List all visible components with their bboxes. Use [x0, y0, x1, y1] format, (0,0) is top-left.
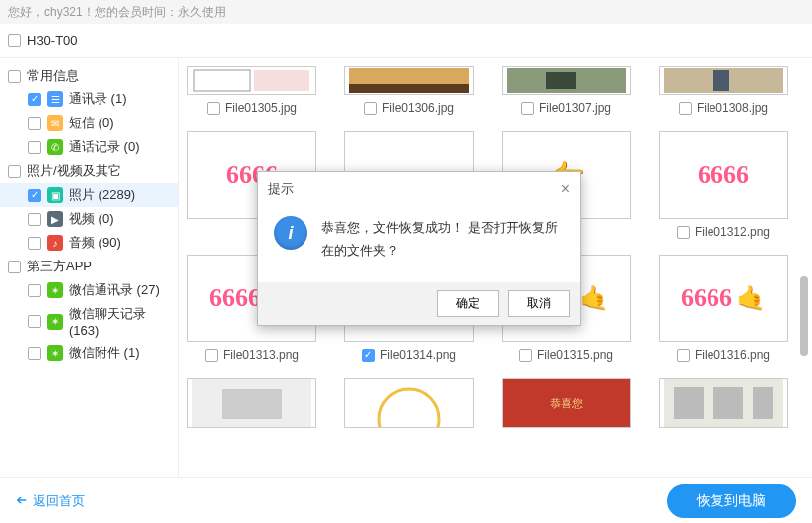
thumb-checkbox[interactable]: [679, 102, 692, 115]
thumb-cell[interactable]: [659, 378, 788, 428]
item-label: 通讯录 (1): [69, 90, 127, 108]
item-checkbox[interactable]: [28, 213, 41, 226]
back-home-link[interactable]: ➔ 返回首页: [16, 492, 85, 510]
thumbnail-image: [659, 66, 788, 95]
svg-rect-13: [713, 387, 743, 419]
svg-rect-12: [674, 387, 704, 419]
dialog-title: 提示: [268, 180, 294, 198]
thumb-checkbox[interactable]: [677, 226, 690, 239]
tree-item-videos[interactable]: ▶ 视频 (0): [0, 207, 178, 231]
sidebar: 常用信息 ☰ 通讯录 (1) ✉ 短信 (0) ✆ 通话记录 (0) 照片/视频…: [0, 58, 179, 477]
thumb-checkbox[interactable]: [205, 349, 218, 362]
file-name: File01305.jpg: [225, 101, 297, 115]
tree-item-audio[interactable]: ♪ 音频 (90): [0, 231, 178, 255]
tree-group[interactable]: 常用信息: [0, 64, 178, 87]
dialog-titlebar: 提示 ×: [258, 172, 580, 206]
thumb-cell[interactable]: File01308.jpg: [659, 66, 788, 115]
tree-item-photos[interactable]: ▣ 照片 (2289): [0, 183, 178, 207]
thumb-cell[interactable]: File01306.jpg: [344, 66, 474, 115]
thumb-cell[interactable]: 恭喜您: [502, 378, 631, 428]
item-checkbox[interactable]: [28, 284, 41, 297]
device-row: H30-T00: [0, 24, 812, 58]
tree-item-wechat-contacts[interactable]: ✶ 微信通讯录 (27): [0, 278, 178, 302]
thumb-cell[interactable]: [187, 378, 316, 428]
thumbnail-image: 恭喜您: [502, 378, 631, 428]
thumb-checkbox[interactable]: [519, 349, 532, 362]
thumb-checkbox[interactable]: [362, 349, 375, 362]
contacts-icon: ☰: [47, 91, 63, 107]
header-bar: 您好，chy321！您的会员时间：永久使用: [0, 0, 812, 24]
thumb-cell[interactable]: File01305.jpg: [187, 66, 316, 115]
tree-group[interactable]: 第三方APP: [0, 255, 178, 278]
file-name: File01306.jpg: [382, 101, 454, 115]
thumbnail-image: [344, 378, 474, 428]
svg-rect-14: [753, 387, 773, 419]
item-label: 通话记录 (0): [69, 138, 140, 156]
file-name: File01308.jpg: [697, 101, 768, 115]
thumb-cell[interactable]: File01307.jpg: [502, 66, 631, 115]
thumb-checkbox[interactable]: [677, 349, 690, 362]
thumbnail-image: [187, 378, 316, 428]
svg-rect-0: [194, 70, 250, 91]
scrollbar-thumb[interactable]: [800, 276, 808, 356]
thumb-cell[interactable]: 6666🤙 File01316.png: [659, 255, 788, 362]
group-checkbox[interactable]: [8, 70, 21, 83]
svg-rect-1: [254, 70, 309, 91]
item-label: 音频 (90): [69, 234, 121, 252]
dialog-footer: 确定 取消: [258, 282, 580, 325]
item-label: 微信附件 (1): [69, 344, 140, 362]
item-label: 微信通讯录 (27): [69, 281, 160, 299]
group-label: 常用信息: [27, 67, 79, 85]
ok-button[interactable]: 确定: [437, 290, 499, 317]
item-checkbox[interactable]: [28, 117, 41, 130]
item-checkbox[interactable]: [28, 93, 41, 106]
footer-bar: ➔ 返回首页 恢复到电脑: [0, 477, 812, 523]
thumbnail-image: [502, 66, 631, 95]
svg-rect-3: [349, 84, 469, 93]
item-checkbox[interactable]: [28, 189, 41, 202]
back-label: 返回首页: [33, 492, 85, 510]
thumb-checkbox[interactable]: [521, 102, 534, 115]
device-checkbox[interactable]: [8, 34, 21, 47]
item-checkbox[interactable]: [28, 141, 41, 154]
tree-item-calls[interactable]: ✆ 通话记录 (0): [0, 135, 178, 159]
tree-group[interactable]: 照片/视频及其它: [0, 159, 178, 183]
sms-icon: ✉: [47, 115, 63, 131]
svg-point-10: [379, 389, 439, 427]
confirm-dialog: 提示 × i 恭喜您，文件恢复成功！ 是否打开恢复所在的文件夹？ 确定 取消: [257, 171, 581, 326]
dialog-message: 恭喜您，文件恢复成功！ 是否打开恢复所在的文件夹？: [321, 216, 564, 262]
thumb-checkbox[interactable]: [207, 102, 220, 115]
svg-rect-7: [713, 70, 729, 91]
thumbnail-image: [344, 66, 474, 95]
device-name: H30-T00: [27, 33, 78, 48]
thumb-cell[interactable]: 6666 File01312.png: [659, 131, 788, 239]
arrow-left-icon: ➔: [16, 493, 27, 508]
item-label: 短信 (0): [69, 114, 114, 132]
thumb-checkbox[interactable]: [364, 102, 377, 115]
group-label: 照片/视频及其它: [27, 162, 121, 180]
thumbnail-image: [187, 66, 316, 95]
dialog-body: i 恭喜您，文件恢复成功！ 是否打开恢复所在的文件夹？: [258, 206, 580, 282]
close-icon[interactable]: ×: [561, 180, 570, 198]
thumb-cell[interactable]: [344, 378, 474, 428]
file-name: File01314.png: [380, 348, 456, 362]
thumbnail-image: 6666: [659, 131, 788, 219]
group-checkbox[interactable]: [8, 261, 21, 273]
group-label: 第三方APP: [27, 258, 92, 275]
tree-item-sms[interactable]: ✉ 短信 (0): [0, 111, 178, 135]
svg-rect-5: [546, 72, 576, 89]
photo-icon: ▣: [47, 187, 63, 203]
vertical-scrollbar[interactable]: [798, 58, 810, 477]
group-checkbox[interactable]: [8, 165, 21, 178]
item-label: 照片 (2289): [69, 186, 135, 204]
item-checkbox[interactable]: [28, 315, 41, 328]
tree-item-contacts[interactable]: ☰ 通讯录 (1): [0, 87, 178, 111]
item-checkbox[interactable]: [28, 237, 41, 250]
wechat-icon: ✶: [47, 345, 63, 361]
cancel-button[interactable]: 取消: [508, 290, 570, 317]
tree-item-wechat-files[interactable]: ✶ 微信附件 (1): [0, 341, 178, 365]
item-label: 微信聊天记录 (163): [69, 305, 170, 338]
tree-item-wechat-chat[interactable]: ✶ 微信聊天记录 (163): [0, 302, 178, 341]
item-checkbox[interactable]: [28, 347, 41, 360]
recover-button[interactable]: 恢复到电脑: [667, 484, 796, 518]
